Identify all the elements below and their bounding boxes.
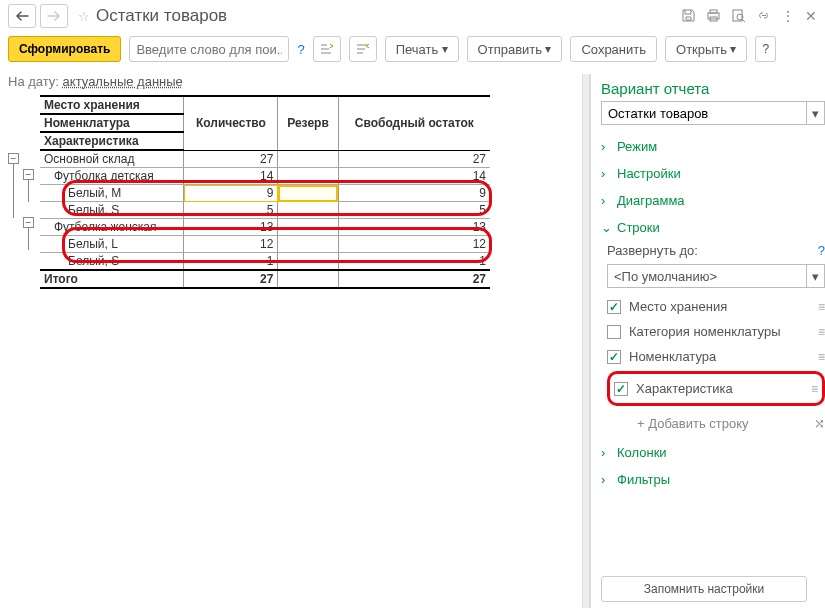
check-row: Категория номенклатуры≡ — [607, 319, 825, 344]
scrollbar[interactable] — [582, 74, 590, 608]
add-row-button[interactable]: + Добавить строку⤭ — [607, 408, 825, 439]
svg-rect-1 — [710, 10, 717, 13]
expand-all-button[interactable] — [313, 36, 341, 62]
tree-toggle[interactable]: − — [23, 169, 34, 180]
search-input[interactable] — [129, 36, 289, 62]
variant-input[interactable] — [601, 101, 807, 125]
collapse-all-button[interactable] — [349, 36, 377, 62]
page-title: Остатки товаров — [96, 6, 227, 26]
section-settings[interactable]: ›Настройки — [601, 160, 825, 187]
save-disk-icon[interactable] — [681, 8, 696, 24]
nav-forward-button[interactable] — [40, 4, 68, 28]
shuffle-icon[interactable]: ⤭ — [814, 416, 825, 431]
section-rows[interactable]: ⌄Строки — [601, 214, 825, 241]
save-button[interactable]: Сохранить — [570, 36, 657, 62]
print-button[interactable]: Печать ▾ — [385, 36, 459, 62]
table-row: Белый, S55 — [40, 202, 490, 219]
section-filters[interactable]: ›Фильтры — [601, 466, 825, 493]
tree-toggle[interactable]: − — [8, 153, 19, 164]
row-menu-icon[interactable]: ≡ — [818, 350, 825, 364]
help-link[interactable]: ? — [297, 42, 304, 57]
table-row: Белый, L1212 — [40, 236, 490, 253]
date-label: На дату: — [8, 74, 59, 89]
tree-toggle[interactable]: − — [23, 217, 34, 228]
variant-dropdown[interactable]: ▾ — [807, 101, 825, 125]
favorite-star-icon[interactable]: ☆ — [78, 9, 90, 24]
panel-title: Вариант отчета — [601, 80, 825, 97]
open-button[interactable]: Открыть ▾ — [665, 36, 747, 62]
row-menu-icon[interactable]: ≡ — [818, 300, 825, 314]
section-mode[interactable]: ›Режим — [601, 133, 825, 160]
table-total: Итого2727 — [40, 270, 490, 288]
link-icon[interactable] — [756, 8, 771, 24]
report-table: Место храненияКоличествоРезервСвободный … — [40, 95, 490, 289]
print-icon[interactable] — [706, 8, 721, 24]
generate-button[interactable]: Сформировать — [8, 36, 121, 62]
save-settings-button[interactable]: Запомнить настройки — [601, 576, 807, 602]
table-row: Белый, S11 — [40, 253, 490, 271]
help-button[interactable]: ? — [755, 36, 776, 62]
highlight-annotation: ✓Характеристика≡ — [607, 371, 825, 406]
table-row: Белый, M99 — [40, 185, 490, 202]
table-row: Футболка детская1414 — [40, 168, 490, 185]
checkbox[interactable]: ✓ — [607, 350, 621, 364]
send-button[interactable]: Отправить ▾ — [467, 36, 563, 62]
check-row: ✓Место хранения≡ — [607, 294, 825, 319]
checkbox[interactable] — [607, 325, 621, 339]
table-row: Футболка женская1313 — [40, 219, 490, 236]
expand-select[interactable] — [607, 264, 807, 288]
row-menu-icon[interactable]: ≡ — [811, 382, 818, 396]
expand-dropdown[interactable]: ▾ — [807, 264, 825, 288]
preview-icon[interactable] — [731, 8, 746, 24]
nav-back-button[interactable] — [8, 4, 36, 28]
expand-label: Развернуть до: — [607, 243, 818, 258]
date-value[interactable]: актуальные данные — [63, 74, 183, 89]
section-chart[interactable]: ›Диаграмма — [601, 187, 825, 214]
check-row: ✓Характеристика≡ — [614, 376, 818, 401]
row-menu-icon[interactable]: ≡ — [818, 325, 825, 339]
more-icon[interactable]: ⋮ — [781, 8, 795, 24]
expand-help[interactable]: ? — [818, 243, 825, 258]
section-columns[interactable]: ›Колонки — [601, 439, 825, 466]
close-icon[interactable]: ✕ — [805, 8, 817, 24]
checkbox[interactable]: ✓ — [607, 300, 621, 314]
checkbox[interactable]: ✓ — [614, 382, 628, 396]
check-row: ✓Номенклатура≡ — [607, 344, 825, 369]
table-row: Основной склад2727 — [40, 150, 490, 168]
